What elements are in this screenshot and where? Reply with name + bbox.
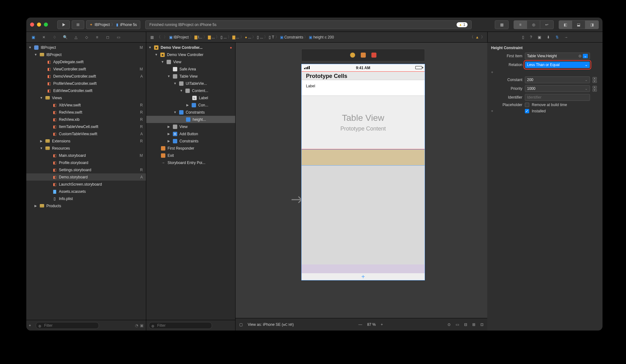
addbutton-row[interactable]: ▶BAdd Button (146, 130, 235, 137)
prototype-cell[interactable]: Label (302, 80, 425, 96)
exit-dock-icon[interactable] (371, 53, 376, 58)
file-row[interactable]: ◧ItemTableViewCell.swiftR (26, 123, 146, 130)
file-row[interactable]: ◧ViewController.swiftM (26, 65, 146, 73)
phone-view[interactable]: 9:41 AM Prototype Cells Label Table View… (301, 64, 425, 280)
group-views[interactable]: ▼Views (26, 94, 146, 101)
priority-stepper[interactable]: ▴▾ (592, 86, 599, 92)
con-row[interactable]: ▶Con... (146, 101, 235, 109)
file-row[interactable]: ◧XibView.swiftR (26, 101, 146, 109)
debug-nav-icon[interactable]: ≡ (94, 35, 100, 39)
entry-row[interactable]: →Storyboard Entry Poi... (146, 159, 235, 166)
add-button[interactable]: + (302, 273, 425, 280)
file-row[interactable]: ◧Main.storyboardM (26, 152, 146, 159)
relation-dropdown[interactable]: Less Than or Equal⌄ (525, 61, 590, 68)
embed-button[interactable]: ⊡ (480, 322, 484, 327)
file-row[interactable]: ◧LaunchScreen.storyboard (26, 181, 146, 188)
next-issue[interactable]: 〉 (481, 34, 485, 40)
view-as-label[interactable]: View as: iPhone SE (wC hR) (248, 322, 294, 327)
file-row[interactable]: ◧AppDelegate.swift (26, 58, 146, 65)
find-nav-icon[interactable]: 🔍 (62, 35, 68, 39)
file-row[interactable]: ◧EditViewController.swift (26, 87, 146, 94)
constraints2-row[interactable]: ▶Constraints (146, 137, 235, 145)
attributes-inspector-icon[interactable]: ⬇ (547, 35, 550, 39)
issue-nav-icon[interactable]: △ (73, 35, 79, 39)
clear-icon[interactable]: ⊖ (578, 54, 582, 58)
file-row[interactable]: ◧RedView.swiftR (26, 109, 146, 116)
label-row[interactable]: LLabel (146, 94, 235, 101)
warning-badge[interactable]: 1 (457, 22, 468, 27)
scene-dock[interactable] (301, 49, 425, 61)
placeholder-checkbox[interactable] (525, 103, 529, 107)
test-nav-icon[interactable]: ◇ (83, 35, 90, 39)
safearea-row[interactable]: Safe Area (146, 65, 235, 73)
exit-row[interactable]: Exit (146, 152, 235, 159)
symbol-nav-icon[interactable]: ♢ (51, 35, 58, 39)
spacer-view[interactable] (302, 166, 425, 264)
bottom-view[interactable] (302, 149, 425, 166)
vc-row[interactable]: ▼●Demo View Controller (146, 51, 235, 58)
group-products[interactable]: ▶Products (26, 202, 146, 209)
align-button[interactable]: ▭ (456, 322, 459, 327)
outline-filter-input[interactable] (149, 322, 212, 329)
height-constraint-row[interactable]: height... (146, 116, 235, 123)
scm-filter-icon[interactable]: ▣ (140, 323, 143, 328)
window-controls[interactable] (30, 23, 48, 27)
toggle-debug[interactable]: ⬓ (572, 21, 585, 29)
group-resources[interactable]: ▼Resources (26, 145, 146, 152)
editor-version[interactable]: ↩ (540, 21, 553, 29)
library-button[interactable]: ▦ (495, 21, 508, 29)
priority-field[interactable]: 1000⌄ (525, 85, 590, 92)
group-extensions[interactable]: ▶ExtensionsR (26, 137, 146, 145)
first-responder-row[interactable]: First Responder (146, 145, 235, 152)
file-inspector-icon[interactable]: ▯ (522, 35, 524, 39)
file-row[interactable]: ▯Info.plist (26, 195, 146, 202)
zoom-out-button[interactable]: — (358, 322, 362, 327)
editor-standard[interactable]: ≡ (514, 21, 527, 29)
source-control-icon[interactable]: ✕ (41, 35, 47, 39)
filter-input[interactable] (36, 322, 99, 329)
size-inspector-icon[interactable]: ⇅ (556, 35, 559, 39)
report-nav-icon[interactable]: ▭ (115, 35, 122, 39)
vc-dock-icon[interactable] (350, 53, 355, 58)
identifier-input[interactable] (525, 94, 590, 101)
first-responder-dock-icon[interactable] (361, 53, 366, 58)
pin-button[interactable]: ⊟ (464, 322, 467, 327)
connections-inspector-icon[interactable]: → (564, 35, 568, 39)
breakpoint-nav-icon[interactable]: ◻ (105, 35, 111, 39)
stack-button[interactable]: ⊙ (448, 322, 451, 327)
scheme-selector[interactable]: ✦ IBProject 〉 ▮ iPhone 5s (86, 20, 140, 29)
related-items-icon[interactable]: ▦ (150, 35, 154, 39)
file-row[interactable]: ◧DemoViewController.swiftA (26, 73, 146, 80)
file-row[interactable]: ◧RedView.xibR (26, 116, 146, 123)
breadcrumb[interactable]: ▣IBProject〉 ▇I...〉 ▇...〉 ▯...〉 ▇...〉 ●..… (169, 34, 334, 40)
ib-canvas[interactable]: 9:41 AM Prototype Cells Label Table View… (235, 43, 487, 331)
file-row[interactable]: ▇Assets.xcassets (26, 188, 146, 195)
forward-button[interactable]: 〉 (164, 34, 168, 40)
first-item-dropdown[interactable]: Table View.Height⊖⌄ (525, 53, 590, 59)
constant-stepper[interactable]: ▴▾ (592, 77, 599, 83)
view2-row[interactable]: ▶View (146, 123, 235, 130)
project-root[interactable]: ▼IBProjectM (26, 44, 146, 51)
toggle-navigator[interactable]: ◧ (559, 21, 572, 29)
installed-checkbox[interactable]: ✓ (525, 109, 529, 113)
recent-filter-icon[interactable]: ◔ (135, 323, 138, 328)
resolve-button[interactable]: ⊞ (472, 322, 475, 327)
file-row[interactable]: ◧Settings.storyboardR (26, 166, 146, 173)
content-row[interactable]: ▼Content... (146, 87, 235, 94)
file-row[interactable]: ◧ProfileViewController.swift (26, 80, 146, 87)
cell-row[interactable]: ▼UITableVie... (146, 80, 235, 87)
file-row[interactable]: ◧CustomTableView.swiftA (26, 130, 146, 137)
file-row[interactable]: ◧Profile.storyboard (26, 159, 146, 166)
constant-field[interactable]: 200⌄ (525, 76, 590, 83)
editor-assistant[interactable]: ◎ (527, 21, 540, 29)
constraints-row[interactable]: ▼Constraints (146, 109, 235, 116)
add-file-button[interactable]: + (29, 323, 34, 328)
prev-issue[interactable]: 〈 (470, 34, 473, 40)
scene-row[interactable]: ▼●Demo View Controller...● (146, 44, 235, 51)
outline-toggle-icon[interactable]: ▢ (239, 322, 243, 327)
tableview-row[interactable]: ▼Table View (146, 73, 235, 80)
target-group[interactable]: ▼IBProject (26, 51, 146, 58)
toggle-inspector[interactable]: ◨ (585, 21, 598, 29)
run-button[interactable] (57, 20, 70, 29)
stop-button[interactable] (72, 20, 84, 29)
